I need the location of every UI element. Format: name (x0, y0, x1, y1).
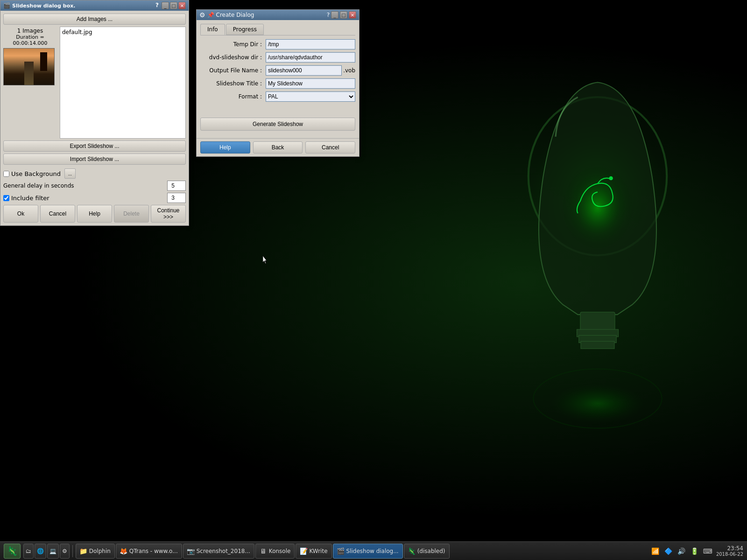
clock-time: 23:54 (716, 545, 743, 552)
general-delay-label: General delay in seconds (3, 182, 167, 189)
vob-extension: .vob (343, 67, 355, 74)
slideshow-title-input[interactable] (266, 78, 355, 89)
clock-date: 2018-06-22 (716, 552, 743, 557)
create-dialog-content: Info Progress Temp Dir : dvd-slideshow d… (197, 20, 359, 138)
cancel-button[interactable]: Cancel (40, 205, 75, 223)
slideshow-dialog-titlebar: 🎬 Slideshow dialog box. ? _ □ ✕ (0, 0, 189, 11)
more-icon: ⚙ (62, 548, 67, 554)
minimize-button[interactable]: _ (162, 2, 169, 9)
create-cancel-button[interactable]: Cancel (305, 141, 355, 154)
slideshow-title-row: Slideshow Title : (200, 78, 355, 89)
slideshow-dialog: 🎬 Slideshow dialog box. ? _ □ ✕ Add Imag… (0, 0, 189, 226)
output-file-row: Output File Name : .vob (200, 65, 355, 76)
generate-slideshow-button[interactable]: Generate Slideshow (200, 118, 355, 131)
export-slideshow-button[interactable]: Export Slideshow ... (3, 140, 186, 152)
quick-launch-terminal[interactable]: 💻 (47, 544, 59, 559)
create-back-button[interactable]: Back (253, 141, 303, 154)
thumbnail-bg (4, 49, 54, 85)
qtrans-icon: 🦊 (120, 547, 127, 555)
svg-rect-4 (580, 312, 615, 332)
include-filter-checkbox[interactable] (3, 195, 9, 201)
temp-dir-input[interactable] (266, 39, 355, 49)
create-dialog-titlebar: ⚙ 📌 Create Dialog ? _ □ ✕ (197, 10, 359, 20)
disabled-icon: 🦎 (408, 547, 416, 555)
tabs-row: Info Progress (200, 24, 355, 35)
taskbar-screenshot[interactable]: 📷 Screenshot_2018... (183, 544, 254, 559)
help-icon[interactable]: ? (155, 2, 159, 9)
create-minimize-button[interactable]: _ (331, 11, 338, 19)
output-file-input[interactable] (266, 65, 342, 76)
konsole-label: Konsole (269, 548, 291, 554)
create-help-icon[interactable]: ? (327, 12, 330, 18)
network-icon[interactable]: 📶 (651, 546, 660, 556)
qtrans-label: QTrans - www.o... (129, 548, 178, 554)
maximize-button[interactable]: □ (170, 2, 177, 9)
screenshot-label: Screenshot_2018... (197, 548, 250, 554)
quick-launch-files[interactable]: 🗂 (23, 544, 34, 559)
background-pick-button[interactable]: ... (64, 168, 76, 179)
continue-button[interactable]: Continue >>> (151, 205, 186, 223)
help-button[interactable]: Help (77, 205, 112, 223)
format-select[interactable]: PAL NTSC PAL-WIDE NTSC-WIDE (266, 91, 355, 102)
close-button[interactable]: ✕ (178, 2, 186, 9)
thumbnail-road (24, 62, 34, 85)
sound-icon[interactable]: 🔊 (677, 546, 686, 556)
image-list-area: 1 Images Duration = 00:00:14.000 default… (3, 27, 186, 139)
kwrite-icon: 📝 (300, 547, 307, 555)
pin-icon: 📌 (207, 12, 214, 18)
use-background-label: Use Background (11, 170, 61, 177)
temp-dir-label: Temp Dir : (200, 41, 266, 48)
dvd-slideshow-label: dvd-slideshow dir : (200, 54, 266, 61)
clock[interactable]: 23:54 2018-06-22 (716, 545, 743, 557)
svg-point-2 (543, 137, 652, 265)
include-filter-row: Include filter (3, 193, 186, 203)
use-background-checkbox[interactable] (3, 171, 9, 177)
konsole-icon: 🖥 (260, 547, 267, 555)
taskbar-konsole[interactable]: 🖥 Konsole (255, 544, 295, 559)
taskbar-disabled[interactable]: 🦎 (disabled) (404, 544, 450, 559)
create-dialog-actions: Help Back Cancel (197, 138, 359, 156)
create-dialog: ⚙ 📌 Create Dialog ? _ □ ✕ Info Progress … (196, 9, 359, 157)
files-icon: 🗂 (26, 548, 31, 554)
kde-menu-button[interactable]: 🦎 (4, 544, 21, 559)
taskbar-dolphin[interactable]: 📁 Dolphin (76, 544, 115, 559)
tab-progress[interactable]: Progress (226, 24, 264, 35)
add-images-button[interactable]: Add Images ... (3, 14, 186, 25)
create-dialog-icon-left: ⚙ (199, 11, 205, 19)
delete-button[interactable]: Delete (114, 205, 149, 223)
disabled-label: (disabled) (417, 548, 445, 554)
dvd-slideshow-row: dvd-slideshow dir : (200, 52, 355, 63)
general-delay-input[interactable] (167, 181, 186, 191)
slideshow-title-label: Slideshow Title : (200, 80, 266, 87)
options-section: Use Background ... General delay in seco… (3, 168, 186, 203)
tab-info[interactable]: Info (200, 24, 225, 35)
taskbar-qtrans[interactable]: 🦊 QTrans - www.o... (116, 544, 182, 559)
include-filter-label: Include filter (11, 195, 49, 202)
kwrite-label: KWrite (309, 548, 327, 554)
taskbar-slideshow[interactable]: 🎬 Slideshow dialog... (333, 544, 403, 559)
use-background-row: Use Background ... (3, 168, 186, 179)
ok-button[interactable]: Ok (3, 205, 38, 223)
quick-launch-more[interactable]: ⚙ (60, 544, 70, 559)
include-filter-input[interactable] (167, 193, 186, 203)
create-maximize-button[interactable]: □ (340, 11, 347, 19)
create-close-button[interactable]: ✕ (349, 11, 356, 19)
browser-icon: 🌐 (37, 548, 44, 554)
left-panel: 1 Images Duration = 00:00:14.000 (3, 27, 57, 139)
screenshot-icon: 📷 (187, 547, 195, 555)
terminal-icon: 💻 (49, 548, 56, 554)
quick-launch-browser[interactable]: 🌐 (35, 544, 46, 559)
bluetooth-icon[interactable]: 🔷 (664, 546, 673, 556)
import-slideshow-button[interactable]: Import Slideshow ... (3, 154, 186, 165)
general-delay-row: General delay in seconds (3, 181, 186, 191)
create-help-button[interactable]: Help (200, 141, 250, 154)
battery-icon[interactable]: 🔋 (690, 546, 699, 556)
output-file-field: .vob (266, 65, 355, 76)
temp-dir-row: Temp Dir : (200, 39, 355, 49)
thumbnail-container (3, 48, 55, 85)
svg-point-9 (538, 379, 657, 428)
dvd-slideshow-input[interactable] (266, 52, 355, 63)
keyboard-icon[interactable]: ⌨ (703, 546, 712, 556)
output-file-label: Output File Name : (200, 67, 266, 74)
taskbar-kwrite[interactable]: 📝 KWrite (296, 544, 331, 559)
